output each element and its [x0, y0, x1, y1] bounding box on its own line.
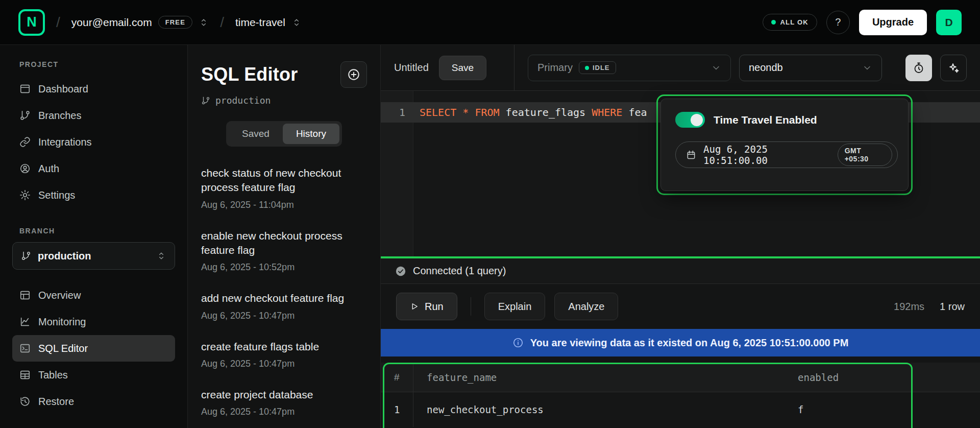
analyze-button[interactable]: Analyze — [554, 293, 618, 320]
sql-editor-icon — [19, 343, 31, 354]
sidebar-item-label: Restore — [38, 396, 74, 408]
connection-status-bar: Connected (1 query) — [381, 258, 980, 284]
ai-sparkles-button[interactable] — [940, 55, 967, 81]
sidebar-item-branches[interactable]: Branches — [12, 102, 175, 129]
database-selector[interactable]: neondb — [739, 55, 882, 81]
timezone-badge: GMT +05:30 — [838, 144, 892, 166]
chevron-updown-icon — [156, 251, 166, 261]
header-hash: # — [381, 363, 413, 392]
plus-circle-icon — [347, 68, 360, 81]
check-circle-icon — [395, 266, 406, 277]
status-badge[interactable]: ALL OK — [763, 14, 817, 31]
time-travel-highlight-box: Time Travel Enabled Aug 6, 2025 10:51:00… — [656, 94, 913, 195]
query-duration: 192ms — [894, 301, 924, 313]
query-tab-untitled[interactable]: Untitled — [394, 62, 429, 74]
section-label-project: PROJECT — [19, 60, 175, 68]
connection-status-text: Connected (1 query) — [413, 265, 506, 277]
sidebar-item-auth[interactable]: Auth — [12, 155, 175, 182]
history-item-time: Aug 6, 2025 - 10:47pm — [201, 359, 367, 369]
new-query-button[interactable] — [340, 61, 367, 88]
chevron-updown-icon — [199, 17, 209, 28]
panel-branch: production — [201, 95, 367, 106]
time-travel-toggle[interactable] — [675, 112, 705, 128]
avatar[interactable]: D — [936, 10, 962, 35]
sidebar-item-label: Branches — [38, 110, 82, 122]
line-number: 1 — [381, 106, 413, 118]
sql-code: SELECT * FROM feature_flags WHERE fea — [413, 106, 647, 118]
history-item[interactable]: create feature flags table Aug 6, 2025 -… — [201, 340, 367, 369]
history-item[interactable]: enable new checkout process feature flag… — [201, 229, 367, 273]
sql-token: SELECT — [420, 106, 456, 118]
sidebar-item-settings[interactable]: Settings — [12, 182, 175, 208]
sidebar-item-label: Monitoring — [38, 316, 86, 328]
explain-button[interactable]: Explain — [484, 293, 546, 320]
time-travel-datetime-field[interactable]: Aug 6, 2025 10:51:00.00 GMT +05:30 — [675, 141, 898, 168]
sidebar: PROJECT Dashboard Branches Integrations … — [0, 45, 188, 428]
cell-enabled: f — [785, 404, 980, 415]
sidebar-item-monitoring[interactable]: Monitoring — [12, 308, 175, 335]
code-editor[interactable]: 1 SELECT * FROM feature_flags WHERE fea … — [381, 91, 980, 256]
sql-editor-panel: SQL Editor production Saved History chec… — [188, 45, 381, 428]
run-button[interactable]: Run — [396, 293, 457, 320]
breadcrumb-separator: / — [219, 14, 225, 31]
toolbar-divider — [471, 297, 471, 316]
sidebar-item-label: Dashboard — [38, 83, 88, 95]
history-item[interactable]: create project database Aug 6, 2025 - 10… — [201, 388, 367, 417]
org-selector[interactable]: your@email.com FREE — [71, 16, 209, 29]
main-content: Untitled Save Primary IDLE neondb — [381, 45, 980, 428]
stopwatch-icon — [913, 62, 925, 74]
project-selector[interactable]: time-travel — [235, 16, 302, 29]
header-enabled: enabled — [785, 372, 980, 383]
status-dot-icon — [771, 20, 776, 25]
sidebar-item-label: Settings — [38, 189, 75, 201]
dashboard-icon — [19, 83, 31, 94]
header-feature-name: feature_name — [413, 372, 785, 383]
table-row[interactable]: 1 new_checkout_process f — [381, 392, 980, 427]
upgrade-button[interactable]: Upgrade — [859, 10, 927, 35]
sql-token — [469, 106, 475, 118]
status-label: ALL OK — [780, 18, 808, 26]
time-travel-popup: Time Travel Enabled Aug 6, 2025 10:51:00… — [660, 99, 909, 191]
chevron-down-icon — [711, 63, 721, 73]
history-item-time: Aug 6, 2025 - 10:47pm — [201, 311, 367, 321]
tab-saved[interactable]: Saved — [229, 124, 283, 144]
chevron-updown-icon — [291, 17, 302, 28]
breadcrumb-separator: / — [55, 14, 61, 31]
sidebar-item-sql-editor[interactable]: SQL Editor — [12, 335, 175, 362]
settings-gear-icon — [19, 189, 31, 201]
sidebar-item-label: SQL Editor — [38, 343, 88, 354]
history-item[interactable]: add new checkout feature flag Aug 6, 202… — [201, 291, 367, 321]
time-travel-button[interactable] — [905, 55, 932, 81]
sparkles-icon — [947, 62, 960, 74]
sidebar-item-overview[interactable]: Overview — [12, 282, 175, 308]
account-email: your@email.com — [71, 16, 152, 29]
sidebar-item-tables[interactable]: Tables — [12, 362, 175, 388]
branch-selector[interactable]: production — [12, 242, 175, 270]
history-item-time: Aug 6, 2025 - 11:04pm — [201, 200, 367, 210]
sidebar-item-dashboard[interactable]: Dashboard — [12, 76, 175, 102]
history-item-title: create project database — [201, 388, 367, 402]
compute-selector[interactable]: Primary IDLE — [528, 55, 731, 81]
section-label-branch: BRANCH — [19, 227, 175, 235]
sidebar-item-label: Auth — [38, 163, 59, 175]
save-button[interactable]: Save — [439, 56, 486, 80]
branch-icon — [201, 96, 210, 105]
saved-history-tabs: Saved History — [226, 121, 342, 147]
compute-name: Primary — [537, 62, 573, 74]
neon-logo-icon[interactable]: N — [18, 9, 45, 36]
panel-title: SQL Editor — [201, 64, 298, 85]
time-travel-label: Time Travel Enabled — [714, 114, 817, 126]
history-list: check status of new checkout process fea… — [201, 166, 367, 417]
sidebar-item-restore[interactable]: Restore — [12, 388, 175, 415]
help-button[interactable]: ? — [826, 11, 850, 34]
history-item-title: create feature flags table — [201, 340, 367, 354]
sidebar-item-label: Tables — [38, 369, 68, 381]
calendar-icon — [686, 150, 696, 160]
cell-row-number: 1 — [381, 392, 413, 427]
history-item[interactable]: check status of new checkout process fea… — [201, 166, 367, 210]
topbar: N / your@email.com FREE / time-travel AL… — [0, 0, 980, 45]
sidebar-item-integrations[interactable]: Integrations — [12, 129, 175, 155]
tab-history[interactable]: History — [283, 124, 339, 144]
sql-token: WHERE — [592, 106, 622, 118]
auth-icon — [19, 163, 31, 174]
